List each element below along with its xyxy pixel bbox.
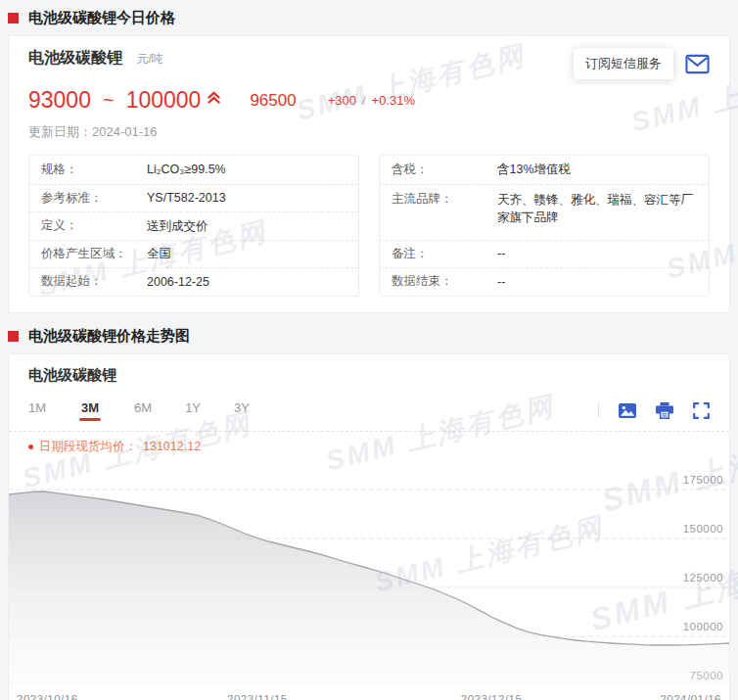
row-label: 备注：	[392, 246, 497, 262]
range-tabs: 1M 3M 6M 1Y 3Y	[28, 400, 250, 421]
row-value: 天齐、赣锋、雅化、瑞福、容汇等厂家旗下品牌	[497, 191, 709, 226]
price-range-separator: ~	[103, 89, 115, 112]
section-header-today-price: 电池级碳酸锂今日价格	[0, 0, 738, 35]
svg-text:125000: 125000	[683, 572, 723, 583]
row-value: --	[497, 273, 515, 291]
tab-range-3m[interactable]: 3M	[79, 400, 101, 421]
row-label: 价格产生区域：	[41, 246, 147, 262]
x-tick-label: 2023/11/15	[227, 693, 288, 700]
save-image-icon[interactable]	[619, 403, 636, 418]
row-label: 主流品牌：	[392, 191, 497, 208]
price-high: 100000	[126, 87, 202, 114]
row-label: 规格：	[41, 162, 147, 178]
today-price-card: 电池级碳酸锂 元/吨 订阅短信服务 93000 ~ 100000	[8, 35, 730, 313]
price-change-pct: +0.31%	[372, 93, 415, 108]
chart-title: 电池级碳酸锂	[28, 366, 710, 385]
section-title: 电池级碳酸锂价格走势图	[28, 327, 190, 346]
x-tick-label: 2024/01/16	[660, 693, 721, 700]
legend-separator	[9, 431, 729, 432]
toolbar-divider	[598, 403, 599, 417]
subscribe-sms-button[interactable]: 订阅短信服务	[574, 48, 673, 79]
table-row: 数据起始： 2006-12-25	[29, 267, 358, 296]
table-row: 主流品牌： 天齐、赣锋、雅化、瑞福、容汇等厂家旗下品牌	[380, 184, 709, 240]
tab-range-1m[interactable]: 1M	[28, 400, 46, 421]
table-row: 备注： --	[380, 240, 709, 268]
legend-dot-icon	[28, 444, 33, 449]
table-row: 数据结束： --	[380, 267, 709, 296]
x-tick-label: 2023/12/15	[461, 693, 523, 700]
row-value: 送到成交价	[147, 217, 218, 235]
row-label: 含税：	[392, 162, 497, 178]
price-change-group: +300 / +0.31%	[328, 93, 415, 108]
update-date-label: 更新日期：	[28, 124, 92, 139]
tab-range-3y[interactable]: 3Y	[234, 400, 250, 421]
section-title: 电池级碳酸锂今日价格	[28, 9, 175, 27]
change-separator: /	[362, 93, 366, 108]
smm-lithium-price-page: SMM 上海有色网 SMM 上海有色网 SMM 上海有色网 SMM 上海有色网 …	[0, 0, 738, 700]
x-axis: 2023/10/162023/11/152023/12/152024/01/16	[9, 691, 729, 700]
price-unit: 元/吨	[136, 52, 162, 66]
svg-text:175000: 175000	[683, 474, 723, 486]
table-row: 含税： 含13%增值税	[380, 156, 709, 184]
row-value: 全国	[147, 245, 181, 262]
row-value: --	[497, 245, 515, 262]
tab-range-1y[interactable]: 1Y	[185, 400, 201, 421]
row-value: YS/T582-2013	[147, 189, 236, 207]
section-header-trend-chart: 电池级碳酸锂价格走势图	[0, 313, 738, 353]
price-row: 93000 ~ 100000 96500 +300 / +0.31%	[28, 87, 710, 114]
print-icon[interactable]	[656, 402, 673, 419]
table-row: 价格产生区域： 全国	[29, 240, 358, 268]
price-low: 93000	[28, 87, 91, 114]
chart-tools	[598, 402, 710, 419]
price-change: +300	[328, 93, 356, 108]
table-row: 定义： 送到成交价	[29, 211, 358, 240]
legend-value: 131012.12	[143, 440, 201, 453]
update-date-row: 更新日期：2024-01-16	[28, 123, 710, 141]
row-label: 参考标准：	[41, 190, 147, 207]
legend-label: 日期段现货均价：	[39, 439, 137, 455]
info-table: 含税： 含13%增值税 主流品牌： 天齐、赣锋、雅化、瑞福、容汇等厂家旗下品牌 …	[379, 155, 710, 297]
svg-text:150000: 150000	[683, 523, 723, 535]
x-tick-label: 2023/10/16	[17, 693, 78, 700]
row-label: 定义：	[41, 217, 147, 234]
product-name: 电池级碳酸锂	[28, 49, 122, 66]
tab-range-6m[interactable]: 6M	[134, 400, 152, 421]
average-price: 96500	[250, 91, 296, 111]
product-title-group: 电池级碳酸锂 元/吨	[28, 48, 163, 69]
section-bullet-icon	[8, 331, 19, 342]
svg-text:100000: 100000	[683, 621, 723, 632]
chart-legend: 日期段现货均价：131012.12	[28, 439, 710, 455]
update-date-value: 2024-01-16	[92, 124, 158, 139]
row-value: 含13%增值税	[497, 161, 580, 178]
trend-chart-card: 电池级碳酸锂 1M 3M 6M 1Y 3Y	[8, 353, 730, 700]
row-label: 数据起始：	[41, 273, 147, 290]
section-bullet-icon	[8, 13, 19, 23]
spec-table: 规格： Li₂CO₃≥99.5% 参考标准： YS/T582-2013 定义： …	[28, 155, 359, 297]
fullscreen-icon[interactable]	[693, 402, 710, 419]
table-row: 规格： Li₂CO₃≥99.5%	[29, 156, 358, 184]
price-trend-plot[interactable]: 75000100000125000150000175000	[9, 459, 729, 685]
row-label: 数据结束：	[392, 273, 497, 290]
mail-icon[interactable]	[685, 54, 710, 74]
double-chevron-up-icon	[208, 90, 220, 108]
row-value: Li₂CO₃≥99.5%	[147, 161, 236, 178]
table-row: 参考标准： YS/T582-2013	[29, 184, 358, 212]
row-value: 2006-12-25	[147, 273, 219, 291]
